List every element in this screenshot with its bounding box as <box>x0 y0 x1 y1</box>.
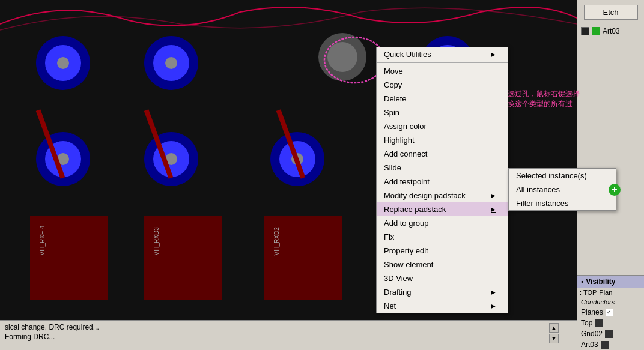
menu-item-quick-utilities[interactable]: Quick Utilities ▶ <box>377 47 508 61</box>
status-line1: sical change, DRC required... <box>5 323 99 331</box>
arrow-icon-5: ▶ <box>491 303 496 309</box>
menu-item-drafting[interactable]: Drafting ▶ <box>377 285 508 299</box>
menu-divider <box>377 62 508 63</box>
submenu-all-instances[interactable]: All instances + <box>509 183 616 196</box>
art03-color-swatch <box>592 27 600 35</box>
top-square <box>595 319 603 327</box>
menu-item-spin[interactable]: Spin <box>377 106 508 119</box>
menu-item-delete[interactable]: Delete <box>377 92 508 106</box>
top-row: Top <box>577 318 644 328</box>
arrow-icon: ▶ <box>491 51 496 58</box>
etch-button[interactable]: Etch <box>584 5 638 20</box>
menu-item-highlight[interactable]: Highlight <box>377 133 508 147</box>
arrow-icon-4: ▶ <box>491 289 496 295</box>
status-bar: sical change, DRC required... Forming DR… <box>0 320 577 350</box>
menu-item-modify-design-padstack[interactable]: Modify design padstack ▶ <box>377 189 508 202</box>
top-label: Top <box>581 319 592 327</box>
menu-item-copy[interactable]: Copy <box>377 78 508 92</box>
menu-item-move[interactable]: Move <box>377 64 508 78</box>
conductors-label: Conductors <box>577 297 644 307</box>
gnd02-row: Gnd02 <box>577 328 644 339</box>
visibility-section: ▪ Visibility : TOP Plan Conductors Plane… <box>577 275 644 350</box>
planes-row: Planes <box>577 307 644 318</box>
scroll-up-button[interactable]: ▲ <box>549 323 559 333</box>
art03-square <box>601 341 609 349</box>
gnd02-label: Gnd02 <box>581 330 603 338</box>
arrow-icon-2: ▶ <box>491 192 496 199</box>
menu-item-show-element[interactable]: Show element <box>377 258 508 271</box>
menu-item-3d-view[interactable]: 3D View <box>377 271 508 285</box>
status-line2: Forming DRC... <box>5 333 99 341</box>
visibility-header-label: Visibility <box>586 277 615 286</box>
menu-item-assign-color[interactable]: Assign color <box>377 119 508 133</box>
arrow-icon-3: ▶ <box>491 206 496 213</box>
visibility-header: ▪ Visibility <box>577 276 644 288</box>
menu-item-add-to-group[interactable]: Add to group <box>377 216 508 230</box>
art03-vis-label: Art03 <box>581 340 598 349</box>
scroll-down-button[interactable]: ▼ <box>549 334 559 343</box>
art03-label: Art03 <box>603 27 620 35</box>
bullet-icon: ▪ <box>581 277 583 286</box>
submenu-filter-instances[interactable]: Filter instances <box>509 196 616 210</box>
context-menu: Quick Utilities ▶ Move Copy Delete Spin … <box>376 47 508 313</box>
planes-label: Planes <box>581 308 603 316</box>
menu-item-slide[interactable]: Slide <box>377 161 508 175</box>
menu-item-fix[interactable]: Fix <box>377 230 508 244</box>
plan-indicator: Plan <box>599 289 612 296</box>
menu-item-add-testpoint[interactable]: Add testpoint <box>377 175 508 189</box>
plus-icon: + <box>609 184 621 196</box>
menu-item-net[interactable]: Net ▶ <box>377 299 508 313</box>
gnd02-square <box>605 330 613 338</box>
menu-item-add-connect[interactable]: Add connect <box>377 147 508 161</box>
replace-padstack-submenu: Selected instance(s) All instances + Fil… <box>508 168 616 211</box>
submenu-selected-instances[interactable]: Selected instance(s) <box>509 169 616 183</box>
planes-checkbox[interactable] <box>606 309 613 316</box>
menu-item-replace-padstack[interactable]: Replace padstack ▶ <box>377 202 508 216</box>
menu-item-property-edit[interactable]: Property edit <box>377 244 508 258</box>
art03-vis-row: Art03 <box>577 339 644 350</box>
art03-checkbox[interactable] <box>581 27 589 35</box>
top-indicator: : TOP <box>580 289 597 296</box>
art03-row: Art03 <box>577 25 644 38</box>
